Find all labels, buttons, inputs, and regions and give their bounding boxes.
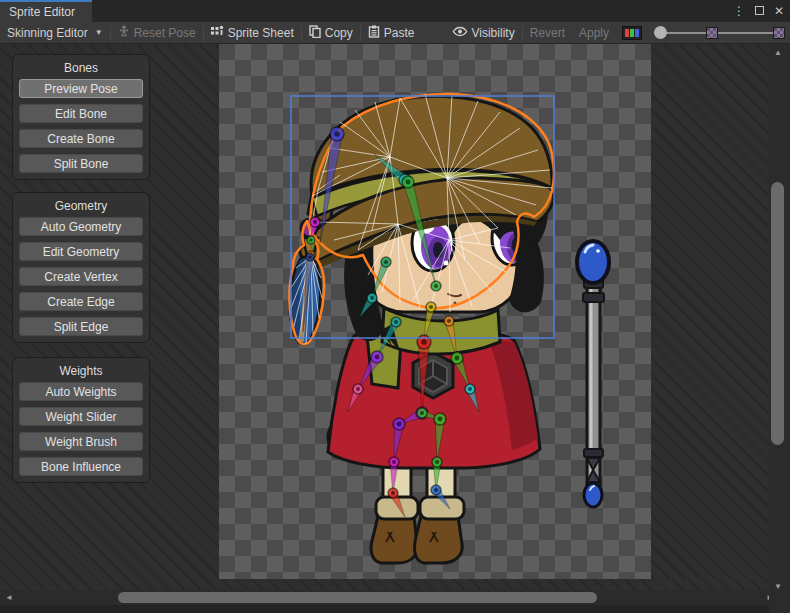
vertical-scrollbar[interactable]: ▲ ▼ [769, 44, 786, 596]
vertical-scroll-thumb[interactable] [771, 182, 784, 445]
horizontal-scroll-thumb[interactable] [118, 592, 597, 603]
scroll-left-arrow[interactable]: ◄ [5, 593, 13, 602]
character-sprite-art [0, 0, 790, 613]
sprite-editor-window: Sprite Editor ⋮ ✕ Skinning Editor ▼ Rese… [0, 0, 790, 613]
scroll-up-arrow[interactable]: ▲ [774, 48, 782, 57]
staff-sprite [577, 241, 609, 507]
scrollbar-corner [769, 590, 790, 613]
horizontal-scrollbar[interactable]: ◄ ► [0, 590, 790, 605]
bottom-strip [0, 605, 790, 613]
